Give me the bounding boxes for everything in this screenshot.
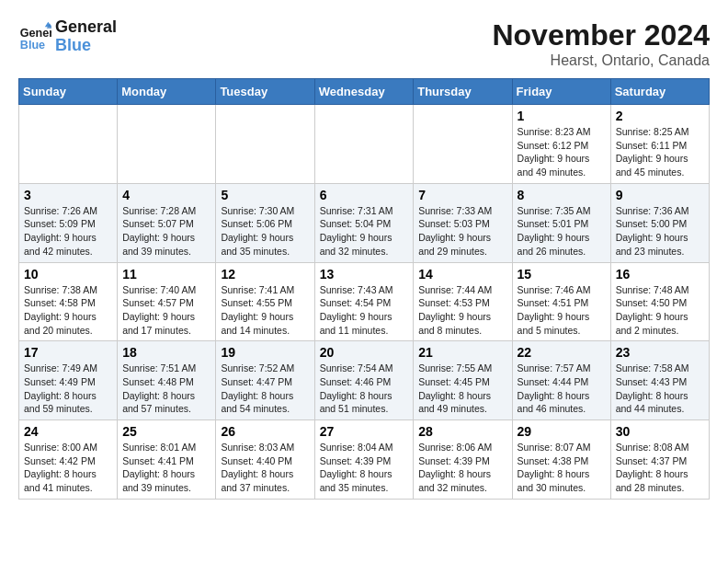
logo-icon: General Blue — [18, 20, 51, 53]
logo-general: General — [55, 18, 117, 37]
day-info: Sunrise: 7:52 AM Sunset: 4:47 PM Dayligh… — [221, 362, 309, 416]
calendar-week-row: 24Sunrise: 8:00 AM Sunset: 4:42 PM Dayli… — [19, 420, 710, 500]
calendar-cell: 28Sunrise: 8:06 AM Sunset: 4:39 PM Dayli… — [414, 420, 512, 500]
day-info: Sunrise: 8:07 AM Sunset: 4:38 PM Dayligh… — [518, 441, 606, 495]
day-number: 19 — [221, 345, 309, 360]
location: Hearst, Ontario, Canada — [492, 52, 710, 69]
calendar-cell: 21Sunrise: 7:55 AM Sunset: 4:45 PM Dayli… — [414, 341, 512, 420]
calendar-cell: 14Sunrise: 7:44 AM Sunset: 4:53 PM Dayli… — [414, 262, 512, 341]
calendar-cell: 9Sunrise: 7:36 AM Sunset: 5:00 PM Daylig… — [610, 183, 709, 262]
day-info: Sunrise: 7:46 AM Sunset: 4:51 PM Dayligh… — [518, 283, 606, 338]
day-number: 1 — [518, 109, 606, 123]
day-number: 7 — [418, 188, 506, 202]
calendar-header-row: SundayMondayTuesdayWednesdayThursdayFrid… — [19, 79, 710, 105]
calendar-cell: 29Sunrise: 8:07 AM Sunset: 4:38 PM Dayli… — [512, 420, 610, 500]
day-number: 14 — [418, 267, 506, 282]
day-info: Sunrise: 7:36 AM Sunset: 5:00 PM Dayligh… — [616, 204, 704, 259]
calendar-week-row: 3Sunrise: 7:26 AM Sunset: 5:09 PM Daylig… — [19, 183, 710, 262]
calendar-cell — [414, 105, 512, 184]
day-number: 23 — [616, 345, 704, 360]
day-info: Sunrise: 8:03 AM Sunset: 4:40 PM Dayligh… — [221, 441, 309, 495]
calendar-table: SundayMondayTuesdayWednesdayThursdayFrid… — [18, 78, 710, 500]
day-info: Sunrise: 7:51 AM Sunset: 4:48 PM Dayligh… — [122, 362, 210, 416]
calendar-cell — [216, 105, 314, 184]
day-info: Sunrise: 8:23 AM Sunset: 6:12 PM Dayligh… — [518, 125, 606, 179]
calendar-cell: 24Sunrise: 8:00 AM Sunset: 4:42 PM Dayli… — [19, 420, 118, 500]
day-number: 27 — [320, 424, 409, 439]
day-number: 18 — [122, 345, 210, 360]
calendar-cell: 7Sunrise: 7:33 AM Sunset: 5:03 PM Daylig… — [414, 183, 512, 262]
weekday-header: Tuesday — [216, 79, 314, 105]
day-info: Sunrise: 7:48 AM Sunset: 4:50 PM Dayligh… — [616, 283, 704, 338]
day-number: 15 — [518, 267, 606, 282]
calendar-cell: 5Sunrise: 7:30 AM Sunset: 5:06 PM Daylig… — [216, 183, 314, 262]
calendar-cell: 2Sunrise: 8:25 AM Sunset: 6:11 PM Daylig… — [610, 105, 709, 184]
day-info: Sunrise: 7:30 AM Sunset: 5:06 PM Dayligh… — [221, 204, 309, 259]
svg-text:Blue: Blue — [20, 38, 45, 51]
calendar-cell: 16Sunrise: 7:48 AM Sunset: 4:50 PM Dayli… — [610, 262, 709, 341]
day-number: 16 — [616, 267, 704, 282]
calendar-cell: 4Sunrise: 7:28 AM Sunset: 5:07 PM Daylig… — [118, 183, 216, 262]
day-number: 22 — [518, 345, 606, 360]
calendar-cell: 12Sunrise: 7:41 AM Sunset: 4:55 PM Dayli… — [216, 262, 314, 341]
calendar-cell: 6Sunrise: 7:31 AM Sunset: 5:04 PM Daylig… — [314, 183, 414, 262]
calendar-cell: 18Sunrise: 7:51 AM Sunset: 4:48 PM Dayli… — [118, 341, 216, 420]
day-number: 9 — [616, 188, 704, 202]
weekday-header: Sunday — [19, 79, 118, 105]
day-number: 2 — [616, 109, 704, 123]
calendar-cell: 15Sunrise: 7:46 AM Sunset: 4:51 PM Dayli… — [512, 262, 610, 341]
day-info: Sunrise: 7:55 AM Sunset: 4:45 PM Dayligh… — [418, 362, 506, 416]
day-number: 17 — [24, 345, 112, 360]
calendar-cell: 27Sunrise: 8:04 AM Sunset: 4:39 PM Dayli… — [314, 420, 414, 500]
calendar-week-row: 1Sunrise: 8:23 AM Sunset: 6:12 PM Daylig… — [19, 105, 710, 184]
weekday-header: Friday — [512, 79, 610, 105]
day-number: 13 — [320, 267, 409, 282]
calendar-cell: 3Sunrise: 7:26 AM Sunset: 5:09 PM Daylig… — [19, 183, 118, 262]
calendar-cell: 8Sunrise: 7:35 AM Sunset: 5:01 PM Daylig… — [512, 183, 610, 262]
calendar-week-row: 10Sunrise: 7:38 AM Sunset: 4:58 PM Dayli… — [19, 262, 710, 341]
day-number: 5 — [221, 188, 309, 202]
calendar-cell — [19, 105, 118, 184]
calendar-cell — [118, 105, 216, 184]
day-info: Sunrise: 7:35 AM Sunset: 5:01 PM Dayligh… — [518, 204, 606, 259]
calendar-cell: 30Sunrise: 8:08 AM Sunset: 4:37 PM Dayli… — [610, 420, 709, 500]
day-number: 4 — [122, 188, 210, 202]
day-info: Sunrise: 7:33 AM Sunset: 5:03 PM Dayligh… — [418, 204, 506, 259]
calendar-cell: 13Sunrise: 7:43 AM Sunset: 4:54 PM Dayli… — [314, 262, 414, 341]
page-header: General Blue General Blue November 2024 … — [18, 18, 710, 69]
day-info: Sunrise: 7:40 AM Sunset: 4:57 PM Dayligh… — [122, 283, 210, 338]
day-number: 26 — [221, 424, 309, 439]
day-info: Sunrise: 7:38 AM Sunset: 4:58 PM Dayligh… — [24, 283, 112, 338]
day-number: 20 — [320, 345, 409, 360]
day-info: Sunrise: 8:01 AM Sunset: 4:41 PM Dayligh… — [122, 441, 210, 495]
calendar-week-row: 17Sunrise: 7:49 AM Sunset: 4:49 PM Dayli… — [19, 341, 710, 420]
calendar-cell: 19Sunrise: 7:52 AM Sunset: 4:47 PM Dayli… — [216, 341, 314, 420]
day-number: 21 — [418, 345, 506, 360]
calendar-cell: 26Sunrise: 8:03 AM Sunset: 4:40 PM Dayli… — [216, 420, 314, 500]
title-block: November 2024 Hearst, Ontario, Canada — [492, 18, 710, 69]
calendar-cell: 17Sunrise: 7:49 AM Sunset: 4:49 PM Dayli… — [19, 341, 118, 420]
day-number: 3 — [24, 188, 112, 202]
calendar-cell: 10Sunrise: 7:38 AM Sunset: 4:58 PM Dayli… — [19, 262, 118, 341]
day-info: Sunrise: 7:44 AM Sunset: 4:53 PM Dayligh… — [418, 283, 506, 338]
day-info: Sunrise: 7:58 AM Sunset: 4:43 PM Dayligh… — [616, 362, 704, 416]
day-number: 8 — [518, 188, 606, 202]
day-info: Sunrise: 7:26 AM Sunset: 5:09 PM Dayligh… — [24, 204, 112, 259]
weekday-header: Wednesday — [314, 79, 414, 105]
calendar-cell: 23Sunrise: 7:58 AM Sunset: 4:43 PM Dayli… — [610, 341, 709, 420]
day-number: 24 — [24, 424, 112, 439]
day-info: Sunrise: 8:00 AM Sunset: 4:42 PM Dayligh… — [24, 441, 112, 495]
day-number: 28 — [418, 424, 506, 439]
day-info: Sunrise: 7:28 AM Sunset: 5:07 PM Dayligh… — [122, 204, 210, 259]
day-number: 11 — [122, 267, 210, 282]
day-number: 30 — [616, 424, 704, 439]
day-number: 12 — [221, 267, 309, 282]
logo: General Blue General Blue — [18, 18, 117, 55]
calendar-cell: 11Sunrise: 7:40 AM Sunset: 4:57 PM Dayli… — [118, 262, 216, 341]
day-info: Sunrise: 7:43 AM Sunset: 4:54 PM Dayligh… — [320, 283, 409, 338]
day-info: Sunrise: 7:31 AM Sunset: 5:04 PM Dayligh… — [320, 204, 409, 259]
weekday-header: Thursday — [414, 79, 512, 105]
day-number: 29 — [518, 424, 606, 439]
day-info: Sunrise: 7:41 AM Sunset: 4:55 PM Dayligh… — [221, 283, 309, 338]
day-info: Sunrise: 8:08 AM Sunset: 4:37 PM Dayligh… — [616, 441, 704, 495]
